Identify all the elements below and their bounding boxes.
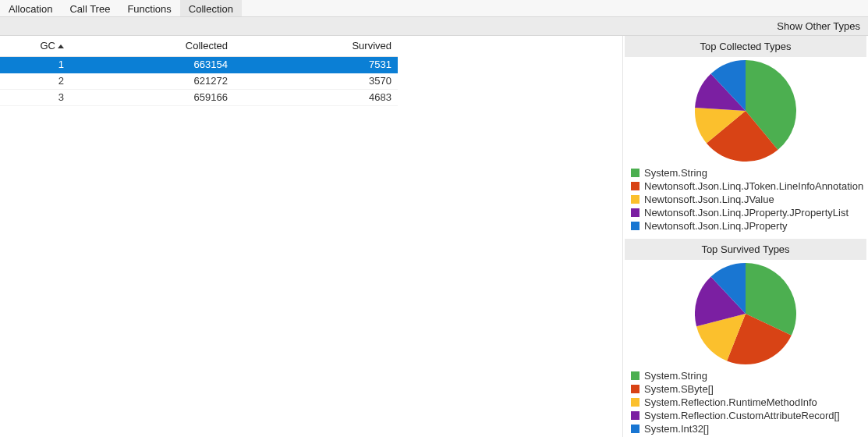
tab-bar: Allocation Call Tree Functions Collectio…	[0, 0, 868, 17]
show-other-types-link[interactable]: Show Other Types	[777, 20, 860, 32]
column-header-collected[interactable]: Collected	[70, 36, 234, 56]
charts-panel: Top Collected TypesSystem.StringNewtonso…	[623, 36, 868, 437]
cell-gc: 1	[0, 56, 70, 73]
legend-swatch-icon	[631, 182, 639, 190]
tab-call-tree[interactable]: Call Tree	[61, 0, 119, 16]
legend-label: System.Reflection.CustomAttributeRecord[…	[644, 410, 840, 421]
legend-item: System.String	[631, 166, 860, 179]
cell-survived: 4683	[234, 89, 398, 105]
legend-label: System.Int32[]	[644, 423, 709, 435]
legend-label: Newtonsoft.Json.Linq.JToken.LineInfoAnno…	[644, 180, 863, 192]
legend-swatch-icon	[631, 222, 639, 230]
legend-swatch-icon	[631, 208, 639, 217]
cell-gc: 3	[0, 89, 70, 105]
chart-wrap	[625, 261, 866, 368]
legend-swatch-icon	[631, 398, 639, 407]
legend-label: System.SByte[]	[644, 383, 714, 395]
legend-item: Newtonsoft.Json.Linq.JValue	[631, 193, 860, 206]
toolbar: Show Other Types	[0, 17, 868, 36]
legend-item: System.SByte[]	[631, 382, 860, 396]
legend-label: System.String	[644, 167, 707, 179]
legend-item: Newtonsoft.Json.Linq.JProperty.JProperty…	[631, 206, 860, 219]
table-row[interactable]: 36591664683	[0, 89, 398, 105]
legend-swatch-icon	[631, 195, 639, 204]
legend-swatch-icon	[631, 425, 639, 433]
legend-label: Newtonsoft.Json.Linq.JValue	[644, 194, 774, 205]
cell-gc: 2	[0, 73, 70, 89]
gc-table-panel: GC Collected Survived 166315475312621272…	[0, 36, 623, 437]
cell-collected: 621272	[70, 73, 234, 89]
legend-swatch-icon	[631, 385, 639, 393]
legend-swatch-icon	[631, 411, 639, 420]
cell-survived: 3570	[234, 73, 398, 89]
main: GC Collected Survived 166315475312621272…	[0, 36, 868, 437]
cell-survived: 7531	[234, 56, 398, 73]
legend: System.StringNewtonsoft.Json.Linq.JToken…	[625, 165, 866, 239]
sort-asc-icon	[58, 44, 64, 48]
column-header-collected-label: Collected	[186, 40, 228, 52]
legend-item: System.Reflection.CustomAttributeRecord[…	[631, 409, 860, 422]
table-row[interactable]: 26212723570	[0, 73, 398, 89]
column-header-gc[interactable]: GC	[0, 36, 70, 56]
legend-item: System.Int32[]	[631, 422, 860, 435]
legend: System.StringSystem.SByte[]System.Reflec…	[625, 368, 866, 437]
tab-functions[interactable]: Functions	[119, 0, 179, 16]
legend-label: Newtonsoft.Json.Linq.JProperty.JProperty…	[644, 207, 849, 218]
chart-wrap	[625, 59, 866, 165]
legend-swatch-icon	[631, 169, 639, 177]
tab-collection[interactable]: Collection	[180, 0, 242, 16]
tab-allocation[interactable]: Allocation	[0, 0, 61, 16]
column-header-survived[interactable]: Survived	[234, 36, 398, 56]
cell-collected: 659166	[70, 89, 234, 105]
cell-collected: 663154	[70, 56, 234, 73]
legend-label: Newtonsoft.Json.Linq.JProperty	[644, 220, 788, 232]
chart-title: Top Collected Types	[625, 36, 866, 57]
legend-item: Newtonsoft.Json.Linq.JToken.LineInfoAnno…	[631, 179, 860, 193]
table-row[interactable]: 16631547531	[0, 56, 398, 73]
legend-item: Newtonsoft.Json.Linq.JProperty	[631, 219, 860, 233]
legend-label: System.String	[644, 370, 707, 382]
pie-chart	[695, 60, 796, 162]
gc-table: GC Collected Survived 166315475312621272…	[0, 36, 398, 106]
pie-chart	[695, 263, 796, 364]
column-header-survived-label: Survived	[352, 40, 391, 52]
legend-label: System.Reflection.RuntimeMethodInfo	[644, 396, 817, 408]
column-header-gc-label: GC	[41, 40, 56, 52]
legend-swatch-icon	[631, 371, 639, 380]
legend-item: System.Reflection.RuntimeMethodInfo	[631, 396, 860, 409]
chart-title: Top Survived Types	[625, 239, 866, 260]
legend-item: System.String	[631, 369, 860, 382]
